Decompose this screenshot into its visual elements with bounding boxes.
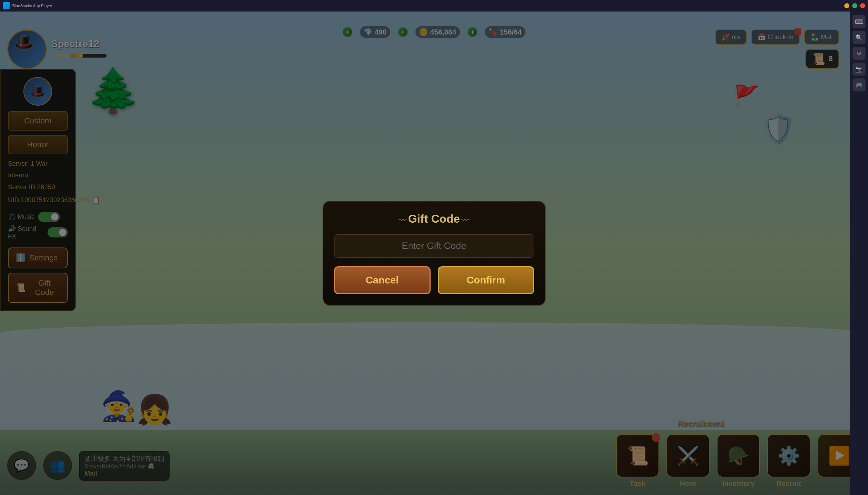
game-area: 🌲 🧙 👧 🚩 🛡️ 🎩 Spectre12 Lvl 4 + 💎 490 +: [0, 12, 868, 495]
modal-overlay: 〰 Gift Code 〰 Cancel Confirm: [0, 12, 868, 495]
modal-decoration-left: 〰: [399, 216, 406, 224]
minimize-button[interactable]: [844, 3, 849, 8]
bs-sidebar-btn-4[interactable]: 📷: [853, 63, 865, 76]
bs-sidebar-btn-1[interactable]: ⌨: [853, 15, 865, 28]
bluestacks-logo: [3, 2, 10, 9]
close-button[interactable]: [860, 3, 865, 8]
maximize-button[interactable]: [852, 3, 857, 8]
modal-header: 〰 Gift Code 〰: [334, 212, 534, 226]
titlebar-controls: [844, 3, 865, 8]
bluestacks-sidebar: ⌨ 🔍 ⚙ 📷 🎮: [850, 12, 868, 495]
modal-buttons: Cancel Confirm: [334, 266, 534, 294]
modal-decoration-right: 〰: [462, 216, 469, 224]
bs-sidebar-btn-3[interactable]: ⚙: [853, 47, 865, 60]
bs-sidebar-btn-2[interactable]: 🔍: [853, 31, 865, 44]
gift-code-modal: 〰 Gift Code 〰 Cancel Confirm: [323, 201, 546, 306]
gift-code-input[interactable]: [342, 240, 527, 251]
modal-title: Gift Code: [408, 212, 460, 225]
modal-input-container[interactable]: [334, 234, 534, 258]
cancel-button[interactable]: Cancel: [334, 266, 431, 294]
titlebar: BlueStacks App Player: [0, 0, 868, 12]
bs-sidebar-btn-5[interactable]: 🎮: [853, 78, 865, 91]
confirm-button[interactable]: Confirm: [438, 266, 534, 294]
titlebar-title: BlueStacks App Player: [12, 4, 844, 8]
